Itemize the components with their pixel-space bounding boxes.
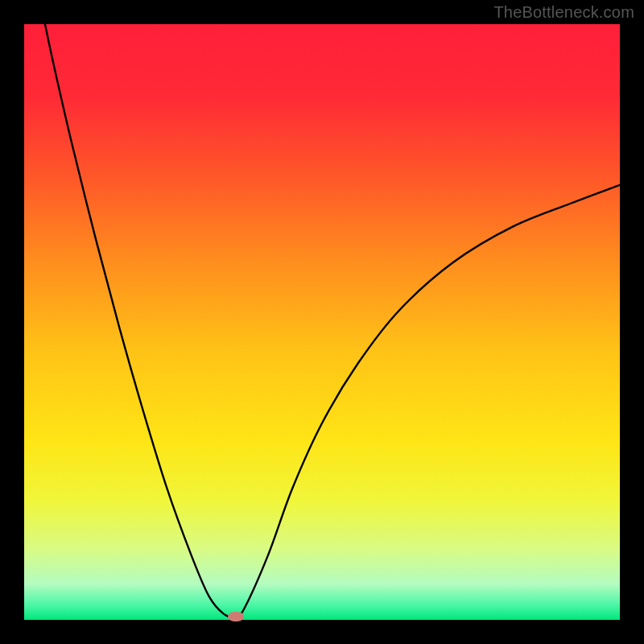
chart-plot [24,24,620,620]
watermark-text: TheBottleneck.com [493,3,634,22]
chart-container: TheBottleneck.com [0,0,644,644]
plot-background [24,24,620,620]
optimal-point-marker [228,612,244,621]
